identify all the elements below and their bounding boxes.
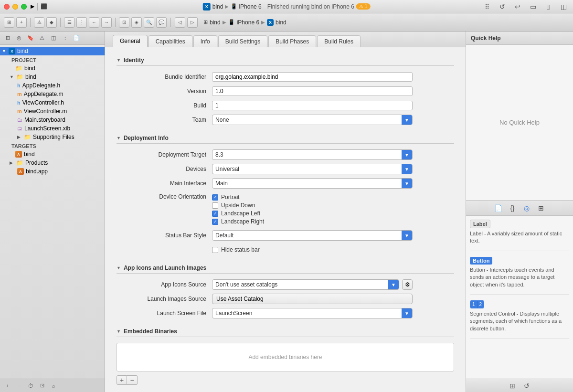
remove-sidebar-btn[interactable]: −	[14, 381, 24, 391]
qh-grid-btn[interactable]: ⊞	[507, 381, 518, 391]
sidebar-bindapp[interactable]: A bind.app	[0, 167, 105, 176]
layout-icon[interactable]: ▭	[527, 2, 539, 11]
qh-tab-grid[interactable]: ⊞	[536, 203, 546, 213]
qh-tab-file[interactable]: 📄	[493, 203, 503, 213]
products-label: Products	[25, 159, 48, 166]
use-asset-catalog-btn[interactable]: Use Asset Catalog	[212, 294, 413, 304]
sidebar-products[interactable]: ▶ 📁 Products	[0, 159, 105, 167]
close-button[interactable]	[4, 4, 10, 10]
mark-btn[interactable]: ◈	[131, 17, 142, 28]
layout3-icon[interactable]: ◫	[558, 2, 569, 11]
deployment-target-select[interactable]: 8.3 ▼	[212, 149, 413, 160]
devices-control: Universal ▼	[212, 164, 413, 174]
launch-screen-file-select[interactable]: LaunchScreen ▼	[212, 308, 413, 318]
sidebar-report-icon[interactable]: 📄	[72, 33, 81, 43]
sidebar-warn-icon[interactable]: ⚠	[37, 33, 47, 43]
title-text: Finished running bind on iPhone 6	[267, 3, 354, 10]
app-icons-source-select[interactable]: Don't use asset catalogs ▼	[212, 279, 399, 290]
history-btn[interactable]: ⊡	[119, 17, 129, 28]
qh-refresh-btn[interactable]: ↺	[521, 381, 532, 391]
history-sidebar-btn[interactable]: ⏱	[26, 381, 35, 391]
add-sidebar-btn[interactable]: +	[3, 381, 12, 391]
layout2-icon[interactable]: ▯	[542, 2, 554, 11]
tab-build-phases[interactable]: Build Phases	[268, 35, 316, 47]
add-binary-btn[interactable]: +	[117, 375, 127, 385]
sidebar-debug-icon[interactable]: ⋮	[60, 33, 70, 43]
sidebar-appdelegateh[interactable]: h AppDelegate.h	[0, 81, 105, 90]
team-dropdown-arrow[interactable]: ▼	[402, 115, 412, 125]
navigator-icon[interactable]: ↺	[497, 2, 508, 11]
sidebar-git-icon[interactable]: ◎	[14, 33, 24, 43]
sidebar-launchscreenxib[interactable]: 🗂 LaunchScreen.xib	[0, 124, 105, 133]
deployment-header[interactable]: ▼ Deployment Info	[117, 133, 454, 144]
tab-capabilities[interactable]: Capabilities	[149, 35, 192, 47]
sidebar-nav-icon[interactable]: ⊞	[3, 33, 12, 43]
sidebar-bookmark-icon[interactable]: 🔖	[26, 33, 35, 43]
version-input[interactable]	[212, 86, 413, 96]
sidebar-target-bind[interactable]: A bind	[8, 150, 105, 159]
status-bar-style-select[interactable]: Default ▼	[212, 230, 413, 241]
m-file-icon: m	[17, 91, 22, 97]
split-view-icon[interactable]: ⠿	[481, 2, 493, 11]
identity-header[interactable]: ▼ Identity	[117, 55, 454, 66]
upside-down-checkbox[interactable]	[212, 202, 218, 209]
hide-status-bar-checkbox[interactable]	[212, 247, 218, 253]
sidebar-test-icon[interactable]: ◫	[49, 33, 58, 43]
sidebar-toggle[interactable]: ⊞	[4, 17, 14, 28]
tab-build-rules[interactable]: Build Rules	[317, 35, 361, 47]
landscape-left-checkbox[interactable]	[212, 211, 218, 217]
status-bar-style-arrow[interactable]: ▼	[402, 230, 412, 241]
bookmark-btn[interactable]: ◆	[46, 17, 57, 28]
tab-info[interactable]: Info	[193, 35, 217, 47]
devices-arrow[interactable]: ▼	[402, 164, 412, 174]
remove-binary-btn[interactable]: −	[127, 375, 138, 385]
sidebar-project-bind[interactable]: 📁 bind	[8, 64, 105, 73]
split-left-btn[interactable]: ◁	[175, 17, 185, 28]
sidebar-viewcontrollerm[interactable]: m ViewController.m	[0, 107, 105, 116]
tab-build-settings[interactable]: Build Settings	[218, 35, 267, 47]
sidebar-supportingfiles[interactable]: ▶ 📁 Supporting Files	[0, 133, 105, 141]
return-icon[interactable]: ↩	[512, 2, 523, 11]
launch-screen-file-arrow[interactable]: ▼	[402, 308, 412, 318]
embedded-binaries-header[interactable]: ▼ Embedded Binaries	[117, 326, 454, 337]
bundle-identifier-control	[212, 72, 413, 82]
sidebar-viewcontrollerh[interactable]: h ViewController.h	[0, 98, 105, 107]
portrait-checkbox[interactable]	[212, 194, 218, 201]
add-item-btn[interactable]: +	[16, 17, 27, 28]
minimize-button[interactable]	[12, 4, 18, 10]
hierarchy-btn[interactable]: ⋮	[76, 17, 87, 28]
maximize-button[interactable]	[21, 4, 27, 10]
devices-select[interactable]: Universal ▼	[212, 164, 413, 174]
deployment-target-row: Deployment Target 8.3 ▼	[117, 149, 454, 160]
list-btn[interactable]: ☰	[64, 17, 74, 28]
comment-btn[interactable]: 💬	[156, 17, 167, 28]
team-select[interactable]: None ▼	[212, 115, 413, 125]
landscape-right-checkbox[interactable]	[212, 219, 218, 225]
filter-sidebar-btn[interactable]: ⌕	[49, 381, 58, 391]
app-icons-header[interactable]: ▼ App Icons and Launch Images	[117, 263, 454, 274]
sidebar-appdelegatem[interactable]: m AppDelegate.m	[0, 90, 105, 98]
traffic-lights[interactable]	[4, 4, 27, 10]
build-input[interactable]	[212, 101, 413, 110]
gear-button[interactable]: ⚙	[402, 279, 413, 290]
back-btn[interactable]: ←	[89, 17, 99, 28]
label-badge-text: Label	[473, 221, 487, 227]
filter-btn[interactable]: 🔍	[144, 17, 154, 28]
qh-tab-circle[interactable]: ◎	[521, 203, 532, 213]
deployment-target-arrow[interactable]: ▼	[402, 149, 412, 160]
forward-btn[interactable]: →	[101, 17, 112, 28]
project-root-item[interactable]: ▼ X bind	[0, 47, 105, 55]
app-icons-source-arrow[interactable]: ▼	[388, 279, 399, 290]
main-interface-arrow[interactable]: ▼	[402, 178, 412, 189]
split-right-btn[interactable]: ▷	[187, 17, 198, 28]
launch-images-source-row: Launch Images Source Use Asset Catalog	[117, 294, 454, 304]
issues-sidebar-btn[interactable]: ⊡	[37, 381, 47, 391]
button-badge-text: Button	[473, 258, 489, 264]
qh-tab-code[interactable]: {}	[507, 203, 518, 213]
sidebar-mainstoryboard[interactable]: 🗂 Main.storyboard	[0, 116, 105, 124]
sidebar-item-bind-folder[interactable]: ▼ 📁 bind	[0, 73, 105, 81]
main-interface-select[interactable]: Main ▼	[212, 178, 413, 189]
bundle-identifier-input[interactable]	[212, 72, 413, 82]
tab-general[interactable]: General	[113, 35, 148, 47]
warning-btn[interactable]: ⚠	[34, 17, 44, 28]
